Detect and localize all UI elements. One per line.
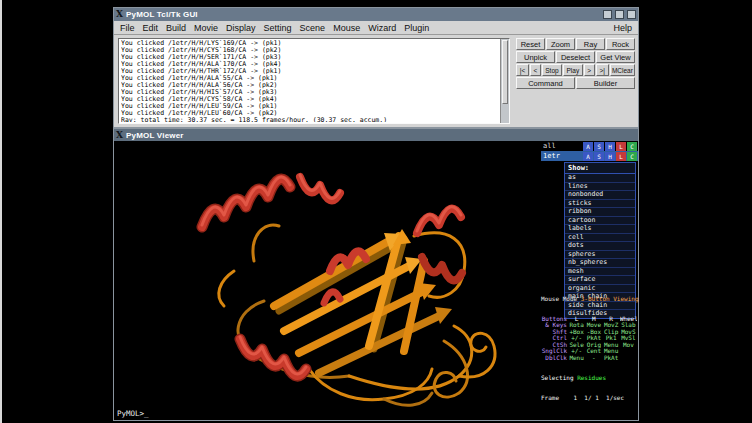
mouse-mode-value[interactable]: 3-Button Viewing (581, 295, 639, 302)
gui-titlebar[interactable]: X PyMOL Tcl/Tk GUI (114, 8, 638, 21)
menubar-item-help[interactable]: Help (609, 23, 636, 33)
menubar-item[interactable]: Edit (139, 23, 163, 33)
selecting-mode-value[interactable]: Residues (577, 374, 606, 381)
gui-control-button[interactable]: Deselect (556, 51, 595, 63)
mouse-matrix-cell (620, 355, 637, 362)
pymol-gui-window: X PyMOL Tcl/Tk GUI FileEditBuildMovieDis… (113, 7, 639, 128)
movie-transport-button[interactable]: MClear (610, 64, 635, 76)
object-action-button[interactable]: C (627, 152, 637, 161)
frame-counter: Frame 1 1/ 1 1/sec (541, 395, 637, 402)
movie-transport-button[interactable]: < (530, 64, 541, 76)
menubar-item[interactable]: File (116, 23, 139, 33)
gui-control-button[interactable]: Ray (576, 38, 605, 50)
object-action-button[interactable]: A (583, 152, 593, 161)
control-button-panel: ResetZoomRayRock UnpickDeselectGet View … (516, 38, 635, 89)
object-action-button[interactable]: A (583, 142, 593, 151)
selecting-mode-line: Selecting Residues (541, 375, 637, 382)
mouse-mode-label: Mouse Mode (541, 295, 577, 302)
gui-control-button[interactable]: Builder (576, 77, 635, 89)
viewer-titlebar[interactable]: X PyMOL Viewer (114, 129, 638, 141)
gui-control-button[interactable]: Unpick (516, 51, 555, 63)
object-name[interactable]: 1etr (543, 152, 583, 160)
gui-menubar: FileEditBuildMovieDisplaySettingSceneMou… (114, 21, 638, 35)
object-row-all[interactable]: all ASHLC (541, 141, 638, 151)
object-action-button[interactable]: S (594, 142, 604, 151)
gui-control-button[interactable]: Get View (596, 51, 635, 63)
mouse-matrix-cell: - (585, 355, 602, 362)
menubar-item[interactable]: Display (222, 23, 260, 33)
mouse-matrix-cell: Menu (568, 355, 585, 362)
pymol-viewer-window: X PyMOL Viewer (113, 128, 639, 421)
movie-transport-button[interactable]: > (584, 64, 595, 76)
gui-control-button[interactable]: Command (516, 77, 575, 89)
mouse-matrix-row: DblClk Menu - PkAt (541, 355, 637, 362)
x11-logo-icon: X (116, 10, 123, 19)
movie-transport-button[interactable]: Play (563, 64, 583, 76)
minimize-button[interactable] (603, 10, 612, 19)
object-action-button[interactable]: S (594, 152, 604, 161)
viewer-window-title: PyMOL Viewer (126, 131, 184, 140)
menubar-item[interactable]: Movie (190, 23, 222, 33)
viewer-content: all ASHLC 1etr ASHLC Show: aslinesnonbon… (114, 141, 638, 420)
console-scrollbar[interactable] (500, 39, 509, 123)
gui-control-button[interactable]: Reset (516, 38, 545, 50)
command-prompt[interactable]: PyMOL>_ (117, 409, 149, 418)
menubar-item[interactable]: Mouse (329, 23, 364, 33)
object-action-button[interactable]: C (627, 142, 637, 151)
mouse-mode-line: Mouse Mode 3-Button Viewing (541, 296, 637, 303)
console-scrollbar-thumb[interactable] (502, 40, 508, 104)
selecting-label: Selecting (541, 374, 574, 381)
object-action-button[interactable]: L (616, 152, 626, 161)
maximize-button[interactable] (615, 10, 624, 19)
feedback-console[interactable]: You clicked /1etr/H/H/LYS`169/CA -> (pk1… (118, 38, 510, 124)
menubar-item[interactable]: Scene (296, 23, 330, 33)
object-row-1etr[interactable]: 1etr ASHLC (541, 151, 638, 161)
object-action-button[interactable]: L (616, 142, 626, 151)
menubar-item[interactable]: Plugin (400, 23, 433, 33)
object-name[interactable]: all (543, 142, 583, 150)
object-action-button[interactable]: H (605, 152, 615, 161)
menubar-item[interactable]: Setting (260, 23, 296, 33)
x11-logo-icon: X (116, 131, 123, 140)
gui-control-button[interactable]: Rock (606, 38, 635, 50)
gui-window-title: PyMOL Tcl/Tk GUI (126, 10, 198, 19)
mouse-mode-panel: Mouse Mode 3-Button Viewing Buttons L M … (541, 283, 637, 414)
mouse-matrix-row-label: DblClk (541, 355, 568, 362)
screen-edge-line (0, 0, 2, 423)
menubar-item[interactable]: Build (162, 23, 190, 33)
gui-content: You clicked /1etr/H/H/LYS`169/CA -> (pk1… (114, 35, 638, 127)
movie-transport-button[interactable]: >| (596, 64, 609, 76)
movie-transport-button[interactable]: |< (516, 64, 529, 76)
gui-control-button[interactable]: Zoom (546, 38, 575, 50)
object-action-button[interactable]: H (605, 142, 615, 151)
menubar-item[interactable]: Wizard (364, 23, 400, 33)
close-button[interactable] (627, 10, 636, 19)
console-line: Ray: total time: 30.37 sec. = 118.5 fram… (121, 117, 498, 122)
protein-viewport-3d[interactable] (114, 141, 541, 420)
mouse-matrix-cell: PkAt (603, 355, 620, 362)
movie-transport-button[interactable]: Stop (542, 64, 562, 76)
